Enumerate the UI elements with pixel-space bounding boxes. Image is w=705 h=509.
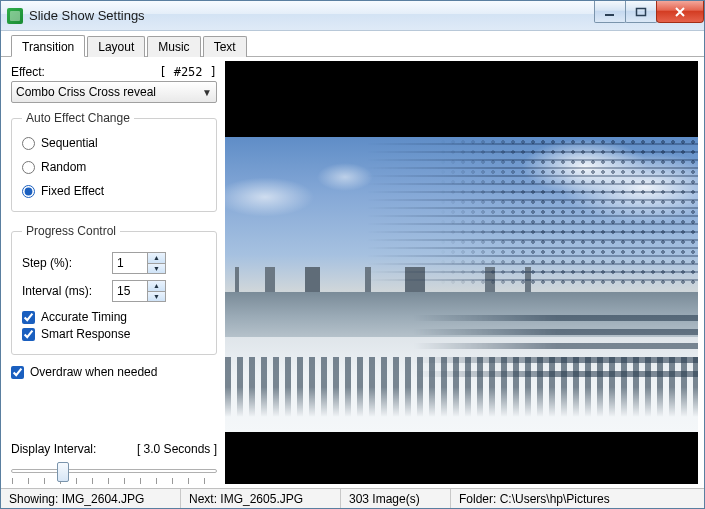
tab-music[interactable]: Music	[147, 36, 200, 57]
radio-sequential[interactable]: Sequential	[22, 136, 98, 150]
title-bar: Slide Show Settings	[1, 1, 704, 31]
progress-group: Progress Control Step (%): ▲ ▼ Interval …	[11, 224, 217, 355]
effect-label: Effect:	[11, 65, 45, 79]
radio-fixed[interactable]: Fixed Effect	[22, 184, 104, 198]
tab-text[interactable]: Text	[203, 36, 247, 57]
maximize-button[interactable]	[625, 1, 657, 23]
window-title: Slide Show Settings	[29, 8, 145, 23]
interval-up-button[interactable]: ▲	[148, 281, 165, 292]
close-button[interactable]	[656, 1, 704, 23]
effect-selected: Combo Criss Cross reveal	[16, 85, 156, 99]
radio-random[interactable]: Random	[22, 160, 86, 174]
minimize-button[interactable]	[594, 1, 626, 23]
status-next: Next: IMG_2605.JPG	[181, 489, 341, 508]
preview-panel	[225, 61, 698, 484]
effect-combo[interactable]: Combo Criss Cross reveal ▼	[11, 81, 217, 103]
tabs: Transition Layout Music Text	[1, 31, 704, 57]
display-interval-slider[interactable]	[11, 458, 217, 484]
auto-effect-legend: Auto Effect Change	[22, 111, 134, 125]
tab-layout[interactable]: Layout	[87, 36, 145, 57]
status-showing: Showing: IMG_2604.JPG	[1, 489, 181, 508]
overdraw-checkbox[interactable]: Overdraw when needed	[11, 365, 157, 379]
svg-rect-1	[637, 8, 646, 15]
radio-sequential-label: Sequential	[41, 136, 98, 150]
window-controls	[595, 1, 704, 23]
accurate-timing-label: Accurate Timing	[41, 310, 127, 324]
preview-image	[225, 137, 698, 432]
overdraw-label: Overdraw when needed	[30, 365, 157, 379]
app-icon	[7, 8, 23, 24]
interval-input[interactable]	[113, 281, 147, 301]
chevron-down-icon: ▼	[202, 87, 212, 98]
step-input[interactable]	[113, 253, 147, 273]
effect-number: [ #252 ]	[159, 65, 217, 79]
status-folder: Folder: C:\Users\hp\Pictures	[451, 489, 704, 508]
step-label: Step (%):	[22, 256, 112, 270]
slider-thumb[interactable]	[57, 462, 69, 482]
step-up-button[interactable]: ▲	[148, 253, 165, 264]
status-bar: Showing: IMG_2604.JPG Next: IMG_2605.JPG…	[1, 488, 704, 508]
settings-panel: Effect: [ #252 ] Combo Criss Cross revea…	[1, 57, 225, 488]
step-down-button[interactable]: ▼	[148, 264, 165, 274]
accurate-timing-checkbox[interactable]: Accurate Timing	[22, 310, 127, 324]
svg-rect-0	[605, 14, 614, 16]
display-interval-value: [ 3.0 Seconds ]	[137, 442, 217, 456]
radio-fixed-label: Fixed Effect	[41, 184, 104, 198]
radio-random-label: Random	[41, 160, 86, 174]
step-spinner[interactable]: ▲ ▼	[112, 252, 166, 274]
interval-label: Interval (ms):	[22, 284, 112, 298]
progress-legend: Progress Control	[22, 224, 120, 238]
interval-down-button[interactable]: ▼	[148, 292, 165, 302]
smart-response-label: Smart Response	[41, 327, 130, 341]
auto-effect-group: Auto Effect Change Sequential Random Fix…	[11, 111, 217, 212]
display-interval-label: Display Interval:	[11, 442, 96, 456]
interval-spinner[interactable]: ▲ ▼	[112, 280, 166, 302]
content-area: Effect: [ #252 ] Combo Criss Cross revea…	[1, 57, 704, 488]
tab-transition[interactable]: Transition	[11, 35, 85, 57]
status-count: 303 Image(s)	[341, 489, 451, 508]
smart-response-checkbox[interactable]: Smart Response	[22, 327, 130, 341]
